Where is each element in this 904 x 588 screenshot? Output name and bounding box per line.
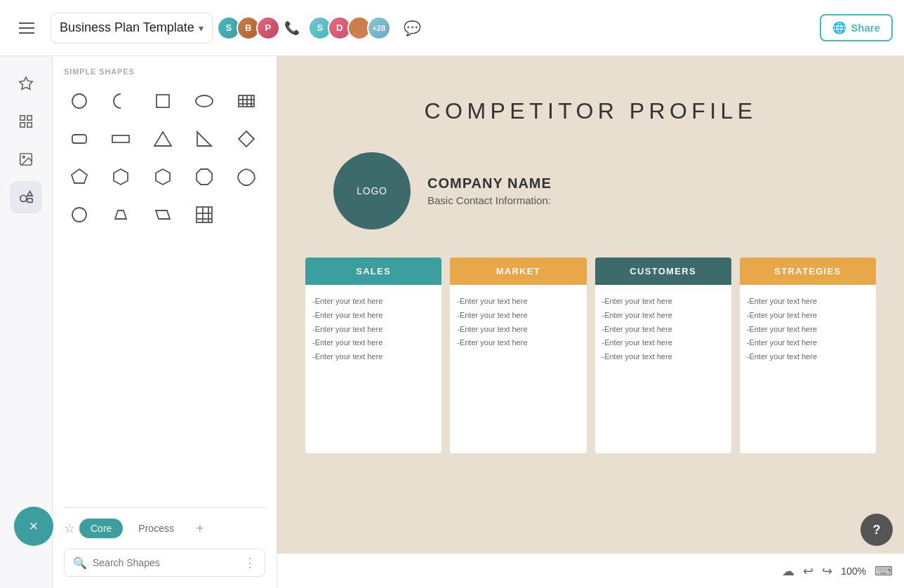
svg-marker-26 [156,169,170,185]
tabs-row: ☆ Core Process + [64,507,265,539]
redo-button[interactable]: ↪ [822,563,832,579]
data-columns: SALES-Enter your text here-Enter your te… [305,258,876,453]
slide-canvas: COMPETITOR PROFILE LOGO COMPANY NAME Bas… [277,56,904,588]
svg-point-29 [72,208,86,222]
undo-button[interactable]: ↩ [803,563,813,579]
column-line: -Enter your text here [312,336,434,350]
data-column: MARKET-Enter your text here-Enter your t… [450,258,586,453]
logo-circle: LOGO [333,152,411,229]
column-header: MARKET [450,258,586,285]
phone-icon[interactable]: 📞 [280,16,304,40]
close-icon: × [29,517,39,535]
search-input[interactable] [93,557,238,568]
shape-square[interactable] [147,86,178,116]
svg-rect-19 [72,135,86,143]
zoom-level: 100% [841,566,866,577]
canvas-area[interactable]: COMPETITOR PROFILE LOGO COMPANY NAME Bas… [277,56,904,588]
svg-marker-30 [115,211,126,219]
svg-marker-8 [27,192,32,196]
column-line: -Enter your text here [312,309,434,323]
column-line: -Enter your text here [457,323,579,337]
column-line: -Enter your text here [457,336,579,350]
slide-title: COMPETITOR PROFILE [277,98,904,124]
shape-octagon[interactable] [189,161,220,192]
column-line: -Enter your text here [312,350,434,364]
column-line: -Enter your text here [747,350,869,364]
column-line: -Enter your text here [747,309,869,323]
shape-rounded-rect[interactable] [64,123,95,154]
shape-diamond[interactable] [231,123,262,154]
shape-grid2[interactable] [189,199,220,230]
title-area[interactable]: Business Plan Template ▾ [51,13,213,44]
svg-marker-25 [114,169,128,185]
section-title: SIMPLE SHAPES [64,67,265,76]
keyboard-icon[interactable]: ⌨ [875,563,893,579]
sidebar-item-templates[interactable] [10,67,42,100]
svg-rect-4 [27,123,32,127]
avatar: P [256,16,280,40]
menu-line [19,22,34,24]
shape-pentagon[interactable] [64,161,95,192]
tab-core[interactable]: Core [79,519,123,538]
bottom-bar: ☁ ↩ ↪ 100% ⌨ [277,553,904,588]
column-line: -Enter your text here [457,295,579,309]
column-header: SALES [305,258,441,285]
shape-hexagon2[interactable] [147,161,178,192]
chat-button[interactable]: 💬 [399,15,426,41]
sidebar-item-images[interactable] [10,143,42,175]
shape-table[interactable] [231,86,262,116]
shape-triangle[interactable] [147,123,178,154]
shape-parallelogram[interactable] [147,199,178,230]
svg-marker-31 [156,211,170,219]
column-line: -Enter your text here [602,323,724,337]
shape-ellipse[interactable] [189,86,220,116]
help-icon: ? [873,523,881,537]
svg-marker-28 [238,169,255,185]
globe-icon: 🌐 [832,21,846,34]
sidebar-item-shapes[interactable] [10,181,42,213]
search-row: 🔍 ⋮ [64,549,265,577]
column-line: -Enter your text here [457,309,579,323]
tab-add-button[interactable]: + [190,518,211,539]
column-line: -Enter your text here [747,295,869,309]
shapes-grid [64,86,265,230]
shape-hexagon[interactable] [105,161,136,192]
shape-decagon[interactable] [231,161,262,192]
shape-right-triangle[interactable] [189,123,220,154]
svg-rect-2 [27,116,32,120]
tab-process[interactable]: Process [127,519,185,538]
svg-point-10 [72,94,86,108]
chevron-down-icon: ▾ [199,22,204,34]
data-column: STRATEGIES-Enter your text here-Enter yo… [740,258,876,453]
close-button[interactable]: × [14,507,53,546]
data-column: CUSTOMERS-Enter your text here-Enter you… [595,258,731,453]
shape-circle2[interactable] [64,199,95,230]
share-label: Share [851,22,880,34]
more-options-button[interactable]: ⋮ [244,555,256,570]
column-body: -Enter your text here-Enter your text he… [740,285,876,453]
help-button[interactable]: ? [860,514,893,546]
column-line: -Enter your text here [602,350,724,364]
cloud-save-icon[interactable]: ☁ [782,563,795,579]
shape-circle[interactable] [64,86,95,116]
company-info: COMPANY NAME Basic Contact Information: [427,175,552,206]
svg-marker-0 [20,77,32,89]
svg-marker-27 [197,169,212,185]
tab-star-icon[interactable]: ☆ [64,521,75,536]
header: Business Plan Template ▾ S B P 📞 S D +28… [0,0,904,56]
menu-button[interactable] [11,13,42,44]
shape-rect-wide[interactable] [105,123,136,154]
more-avatars: S D +28 [312,16,391,40]
sidebar-item-grid[interactable] [10,105,42,138]
column-body: -Enter your text here-Enter your text he… [595,285,731,453]
svg-rect-9 [27,199,32,203]
shape-trapezoid[interactable] [105,199,136,230]
column-body: -Enter your text here-Enter your text he… [305,285,441,453]
column-line: -Enter your text here [312,323,434,337]
menu-line [19,27,34,29]
share-button[interactable]: 🌐 Share [820,14,893,41]
column-line: -Enter your text here [602,309,724,323]
svg-point-6 [22,156,25,158]
svg-rect-1 [20,116,25,120]
shape-crescent[interactable] [105,86,136,116]
